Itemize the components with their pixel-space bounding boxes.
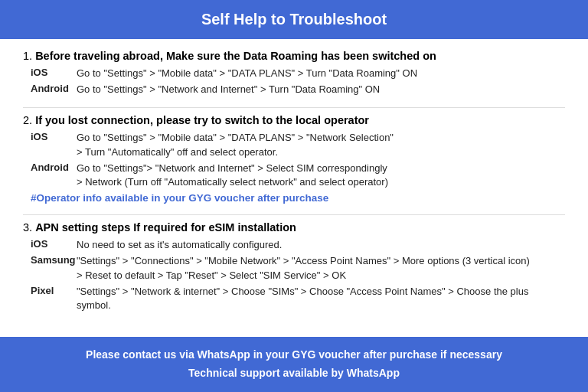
section-3-ios-text: No need to set as it's automatically con… xyxy=(77,238,565,252)
section-3-samsung-text: "Settings" > "Connections" > "Mobile Net… xyxy=(77,254,565,282)
section-3-samsung-label: Samsung xyxy=(31,254,77,266)
section-3-pixel-row: Pixel "Settings" > "Network & internet" … xyxy=(23,285,565,312)
section-2-highlight: #Operator info available in your GYG vou… xyxy=(23,192,565,204)
section-1-ios-label: iOS xyxy=(31,67,77,78)
section-2-number: 2. xyxy=(23,114,32,126)
section-1: 1. Before traveling abroad, Make sure th… xyxy=(23,50,565,96)
section-3-title-bold: APN setting steps If required for eSIM i… xyxy=(35,221,296,234)
section-2-android-text: Go to "Settings"> "Network and Internet"… xyxy=(77,162,565,189)
section-1-android-row: Android Go to "Settings" > "Network and … xyxy=(23,83,565,96)
footer-line1: Please contact us via WhatsApp in your G… xyxy=(15,346,573,364)
section-2: 2. If you lost connection, please try to… xyxy=(23,114,565,204)
section-3-samsung-row: Samsung "Settings" > "Connections" > "Mo… xyxy=(23,254,565,282)
page-footer: Please contact us via WhatsApp in your G… xyxy=(0,337,588,392)
section-1-title: 1. Before traveling abroad, Make sure th… xyxy=(23,50,565,62)
section-2-title-text: If you lost connection, please try to sw… xyxy=(35,114,369,126)
divider-1 xyxy=(23,107,565,108)
section-3-ios-row: iOS No need to set as it's automatically… xyxy=(23,238,565,252)
section-1-ios-row: iOS Go to "Settings" > "Mobile data" > "… xyxy=(23,67,565,80)
page-title: Self Help to Troubleshoot xyxy=(201,11,387,28)
divider-2 xyxy=(23,214,565,215)
section-2-ios-text: Go to "Settings" > "Mobile data" > "DATA… xyxy=(77,131,565,158)
section-2-title: 2. If you lost connection, please try to… xyxy=(23,114,565,126)
section-1-android-label: Android xyxy=(31,83,77,94)
section-2-ios-row: iOS Go to "Settings" > "Mobile data" > "… xyxy=(23,131,565,158)
section-3: 3. APN setting steps If required for eSI… xyxy=(23,221,565,312)
section-1-android-text: Go to "Settings" > "Network and Internet… xyxy=(77,83,565,96)
section-2-ios-label: iOS xyxy=(31,131,77,142)
section-1-title-prefix: Before traveling abroad, xyxy=(35,50,163,62)
section-3-number: 3. xyxy=(23,221,32,234)
section-1-ios-text: Go to "Settings" > "Mobile data" > "DATA… xyxy=(77,67,565,80)
section-1-title-bold: Make sure the Data Roaming has been swit… xyxy=(166,50,436,62)
section-3-pixel-text: "Settings" > "Network & internet" > Choo… xyxy=(77,285,565,312)
section-3-title: 3. APN setting steps If required for eSI… xyxy=(23,221,565,234)
footer-line2: Technical support available by WhatsApp xyxy=(15,364,573,383)
section-3-pixel-label: Pixel xyxy=(31,285,77,296)
section-3-ios-label: iOS xyxy=(31,238,77,250)
section-1-number: 1. xyxy=(23,50,32,62)
page-header: Self Help to Troubleshoot xyxy=(0,0,588,39)
main-content: 1. Before traveling abroad, Make sure th… xyxy=(0,39,588,337)
section-2-android-label: Android xyxy=(31,162,77,173)
section-2-android-row: Android Go to "Settings"> "Network and I… xyxy=(23,162,565,189)
